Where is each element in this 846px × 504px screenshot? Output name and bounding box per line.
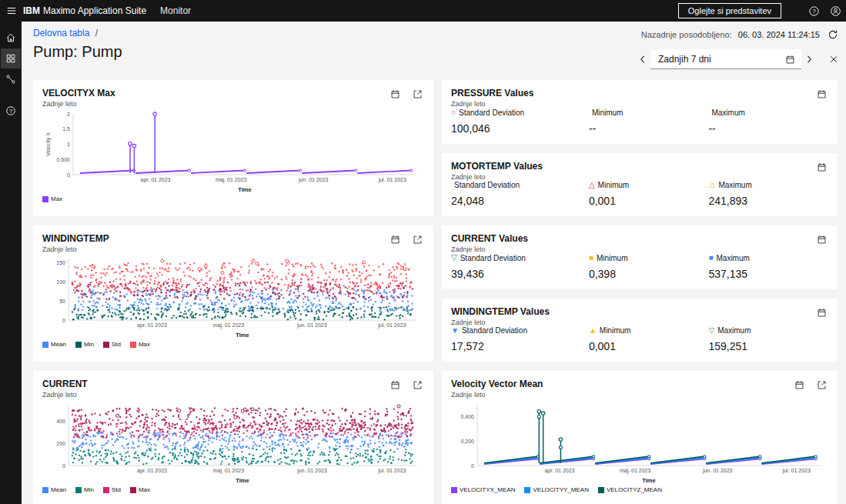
metric-maximum: ▽Maximum 159,251 — [708, 326, 828, 352]
topbar-right: Nazadnje posodobljeno: 06. 03. 2024 11:2… — [637, 28, 840, 69]
card-expand-button[interactable] — [411, 379, 424, 392]
sidebar-item-dashboards[interactable] — [1, 48, 21, 68]
chart-card-windingtemp: WINDINGTEMP Zadnje leto 050100150apr. 01… — [33, 225, 433, 362]
svg-text:2: 2 — [67, 112, 70, 117]
metric-value: 0,001 — [589, 340, 709, 352]
sidebar-item-data[interactable] — [1, 69, 21, 89]
svg-text:0: 0 — [62, 318, 65, 323]
legend-label: Std — [112, 486, 121, 493]
card-calendar-button[interactable] — [389, 379, 402, 392]
metric-value: 0,398 — [589, 268, 709, 280]
help-icon: ? — [808, 5, 820, 17]
svg-text:Velocity X: Velocity X — [45, 132, 52, 156]
card-expand-button[interactable] — [411, 233, 424, 246]
card-expand-button[interactable] — [815, 379, 828, 392]
card-calendar-button[interactable] — [815, 161, 828, 174]
menu-button[interactable] — [0, 0, 23, 22]
reset-filters-button[interactable] — [828, 53, 840, 65]
legend-item: Max — [130, 341, 150, 348]
maximum-warning-icon: ⚠ — [708, 182, 715, 189]
svg-text:100: 100 — [56, 279, 65, 285]
legend-swatch — [42, 342, 48, 348]
svg-text:0,400: 0,400 — [460, 414, 474, 419]
card-title: WINDINGTEMP — [42, 233, 109, 244]
legend-item: VELOCITYZ_MEAN — [598, 486, 662, 493]
svg-text:jun. 01 2023: jun. 01 2023 — [702, 468, 733, 474]
refresh-button[interactable] — [826, 28, 840, 42]
legend-swatch — [103, 487, 109, 493]
svg-text:Time: Time — [236, 332, 249, 339]
std-dev-icon: ▼ — [451, 327, 459, 335]
chart-legend: MeanMinStdMax — [42, 486, 424, 493]
card-calendar-button[interactable] — [389, 233, 402, 246]
svg-text:0: 0 — [67, 172, 70, 178]
date-range-input[interactable] — [650, 49, 801, 68]
metric-standard-deviation: ▼Standard Deviation 17,572 — [451, 326, 589, 352]
card-subtitle: Zadnje leto — [42, 391, 88, 399]
card-head: VELOCITYX Max Zadnje leto — [42, 88, 424, 108]
svg-text:maj. 01 2023: maj. 01 2023 — [213, 322, 245, 329]
legend-item: Mean — [42, 486, 66, 493]
metric-label: Maximum — [717, 254, 750, 262]
chart-legend: Max — [42, 195, 424, 202]
metric-label: Maximum — [717, 326, 751, 335]
breadcrumb-link-dashboard[interactable]: Delovna tabla — [33, 28, 89, 38]
chevron-right-icon — [804, 55, 814, 64]
svg-text:maj. 01 2023: maj. 01 2023 — [216, 177, 247, 183]
sidebar-item-home[interactable] — [1, 28, 21, 48]
metric-minimum: △Minimum 0,001 — [589, 181, 709, 207]
metric-value: -- — [589, 122, 709, 135]
card-actions — [815, 233, 828, 246]
main-content: Delovna tabla / Pump: Pump Nazadnje poso… — [22, 22, 846, 504]
legend-item: Min — [75, 486, 94, 493]
card-calendar-button[interactable] — [815, 233, 828, 246]
metric-standard-deviation: Standard Deviation 24,048 — [451, 181, 589, 207]
next-range-button[interactable] — [803, 53, 815, 65]
card-expand-button[interactable] — [411, 88, 424, 101]
metric-label: Standard Deviation — [454, 181, 520, 189]
help-button[interactable]: ? — [803, 0, 824, 22]
date-range-calendar-button[interactable] — [784, 53, 797, 66]
maximum-alert-icon: ■ — [708, 254, 713, 262]
legend-item: VELOCITYY_MEAN — [524, 486, 588, 493]
metric-value: 159,251 — [708, 340, 828, 352]
card-subtitle: Zadnje leto — [451, 100, 533, 108]
card-actions — [793, 379, 828, 392]
svg-text:jul. 01 2023: jul. 01 2023 — [377, 322, 406, 329]
minimum-alert-icon: ▲ — [589, 327, 597, 335]
metric-label-row: ▽Maximum — [708, 326, 828, 335]
metric-label-row: ⚠Maximum — [708, 181, 828, 189]
legend-swatch — [598, 487, 604, 493]
title-block: Delovna tabla / Pump: Pump — [33, 28, 122, 61]
card-calendar-button[interactable] — [793, 379, 806, 392]
card-calendar-button[interactable] — [389, 88, 402, 101]
prev-range-button[interactable] — [637, 53, 649, 65]
legend-swatch — [42, 487, 48, 493]
svg-text:jul. 01 2023: jul. 01 2023 — [782, 468, 811, 474]
card-calendar-button[interactable] — [815, 88, 828, 101]
account-button[interactable] — [824, 0, 846, 22]
card-actions — [815, 306, 828, 319]
legend-swatch — [103, 342, 109, 348]
svg-text:Time: Time — [238, 186, 251, 193]
metric-label: Maximum — [711, 108, 744, 117]
card-subtitle: Zadnje leto — [42, 245, 109, 253]
calendar-icon — [390, 235, 400, 245]
view-demo-button[interactable]: Oglejte si predstavitev — [678, 3, 781, 18]
sidebar-item-help[interactable]: ? — [1, 101, 21, 121]
card-actions — [815, 88, 828, 101]
svg-text:1: 1 — [67, 142, 70, 147]
breadcrumb: Delovna tabla / — [33, 28, 122, 38]
legend-label: VELOCITYY_MEAN — [533, 486, 588, 493]
legend-item: Max — [42, 195, 62, 202]
velocityx-max-chart: 00,50011,52apr. 01 2023maj. 01 2023jun. … — [42, 109, 424, 194]
card-head: CURRENT Values Zadnje leto — [451, 233, 828, 253]
card-head: Velocity Vector Mean Zadnje leto — [451, 379, 828, 399]
metrics-row: ○Standard Deviation 100,046 Minimum -- M… — [451, 108, 828, 136]
legend-swatch — [524, 487, 530, 493]
metric-label-row: △Minimum — [589, 181, 709, 189]
card-title: CURRENT Values — [451, 233, 528, 244]
card-calendar-button[interactable] — [815, 306, 828, 319]
legend-item: VELOCITYX_MEAN — [451, 486, 515, 493]
metrics-row: ▼Standard Deviation 17,572 ▲Minimum 0,00… — [451, 326, 828, 354]
